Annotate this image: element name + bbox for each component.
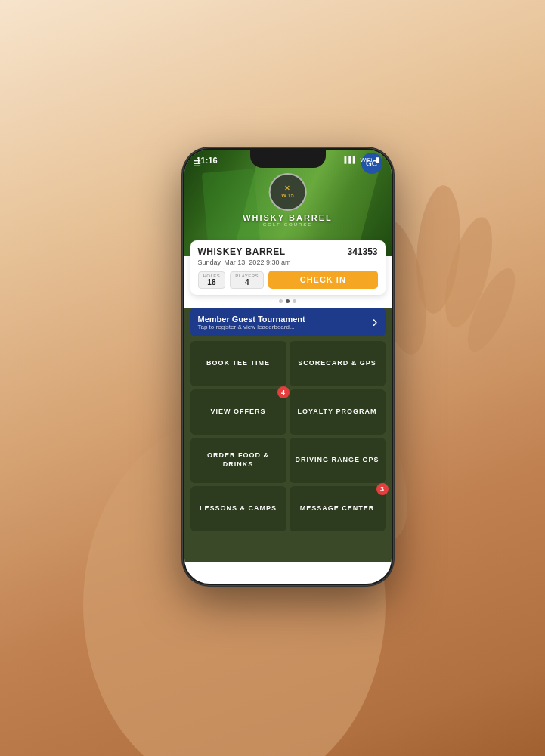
badge-message-center: 3 xyxy=(376,483,389,495)
menu-tile-message-center[interactable]: MESSAGE CENTER3 xyxy=(290,486,386,531)
phone-frame: 11:16 ▌▌▌ WiFi ▮ xyxy=(182,147,394,586)
menu-tile-label-loyalty-program: LOYALTY PROGRAM xyxy=(298,407,377,417)
booking-card: WHISKEY BARREL 341353 Sunday, Mar 13, 20… xyxy=(190,240,386,295)
booking-footer: HOLES 18 PLAYERS 4 CHECK IN xyxy=(198,271,378,289)
dot-3 xyxy=(293,299,296,303)
checkin-button[interactable]: CHECK IN xyxy=(268,271,377,289)
wifi-icon: WiFi xyxy=(361,156,373,163)
booking-header: WHISKEY BARREL 341353 xyxy=(198,246,378,257)
logo-initials: W 15 xyxy=(281,193,293,199)
booking-name: WHISKEY BARREL xyxy=(198,246,286,257)
holes-pill: HOLES 18 xyxy=(198,271,226,289)
players-label: PLAYERS xyxy=(235,274,259,278)
tournament-banner[interactable]: Member Guest Tournament Tap to register … xyxy=(190,308,386,336)
status-icons: ▌▌▌ WiFi ▮ xyxy=(344,156,379,163)
tournament-title: Member Guest Tournament xyxy=(198,314,305,324)
holes-value: 18 xyxy=(203,278,221,287)
dot-2 xyxy=(286,299,290,303)
menu-tile-label-order-food-drinks: ORDER FOOD & DRINKS xyxy=(197,451,280,469)
scene: 11:16 ▌▌▌ WiFi ▮ xyxy=(0,0,545,756)
club-name: WHISKY BARREL xyxy=(243,213,333,222)
club-subtitle: GOLF COURSE xyxy=(243,222,333,227)
tournament-text: Member Guest Tournament Tap to register … xyxy=(198,314,305,330)
players-pill: PLAYERS 4 xyxy=(230,271,264,289)
status-time: 11:16 xyxy=(197,156,218,165)
booking-date: Sunday, Mar 13, 2022 9:30 am xyxy=(198,259,378,266)
grid-menu: BOOK TEE TIMESCORECARD & GPSVIEW OFFERS4… xyxy=(184,341,392,538)
badge-view-offers: 4 xyxy=(277,386,290,398)
menu-tile-view-offers[interactable]: VIEW OFFERS4 xyxy=(190,389,286,435)
battery-icon: ▮ xyxy=(376,156,379,163)
menu-tile-label-lessons-camps: LESSONS & CAMPS xyxy=(200,504,277,513)
logo-circle: ✕ W 15 xyxy=(268,173,306,211)
menu-tile-scorecard-gps[interactable]: SCORECARD & GPS xyxy=(290,341,386,386)
top-section: WHISKEY BARREL 341353 Sunday, Mar 13, 20… xyxy=(184,256,392,308)
menu-tile-label-scorecard-gps: SCORECARD & GPS xyxy=(298,359,376,368)
signal-icon: ▌▌▌ xyxy=(344,156,357,163)
dots-indicator xyxy=(184,295,392,308)
tournament-sub: Tap to register & view leaderboard... xyxy=(198,324,305,330)
menu-tile-label-driving-range-gps: DRIVING RANGE GPS xyxy=(296,456,379,465)
menu-tile-label-view-offers: VIEW OFFERS xyxy=(210,407,265,417)
holes-label: HOLES xyxy=(203,274,221,278)
menu-tile-label-book-tee-time: BOOK TEE TIME xyxy=(206,359,270,368)
menu-tile-loyalty-program[interactable]: LOYALTY PROGRAM xyxy=(290,389,386,435)
menu-tile-order-food-drinks[interactable]: ORDER FOOD & DRINKS xyxy=(190,438,286,483)
status-bar: 11:16 ▌▌▌ WiFi ▮ xyxy=(184,150,392,171)
menu-tile-driving-range-gps[interactable]: DRIVING RANGE GPS xyxy=(290,438,386,483)
phone-content: ≡ GC ✕ W 15 WHISKY BARREL xyxy=(184,150,392,562)
menu-tile-lessons-camps[interactable]: LESSONS & CAMPS xyxy=(190,486,286,531)
menu-tile-book-tee-time[interactable]: BOOK TEE TIME xyxy=(190,341,286,386)
players-value: 4 xyxy=(235,278,259,287)
chevron-right-icon: › xyxy=(372,312,377,332)
booking-id: 341353 xyxy=(347,246,377,257)
club-logo: ✕ W 15 WHISKY BARREL GOLF COURSE xyxy=(243,173,333,227)
dot-1 xyxy=(279,299,283,303)
menu-tile-label-message-center: MESSAGE CENTER xyxy=(300,504,375,513)
